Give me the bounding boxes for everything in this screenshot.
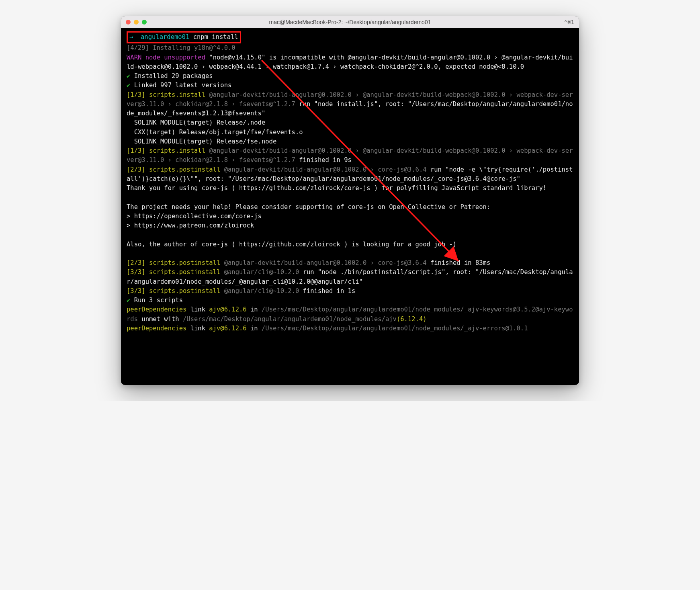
peer-label: peerDependencies <box>127 306 186 313</box>
step-pkg: @angular-devkit/build-angular@0.1002.0 ›… <box>220 259 426 266</box>
run3: Run 3 scripts <box>134 297 183 304</box>
also-line: Also, the author of core-js ( https://gi… <box>127 241 456 248</box>
build-line: SOLINK_MODULE(target) Release/fse.node <box>127 138 276 145</box>
peer-link: link <box>186 325 209 332</box>
step-tag: [1/3] <box>127 91 145 98</box>
help-line: The project needs your help! Please cons… <box>127 203 490 211</box>
check-icon: ✔ <box>127 82 130 89</box>
step-tag: [1/3] <box>127 147 145 154</box>
prompt-arrow: → <box>129 33 133 41</box>
install-progress: [4/29] Installing y18n@^4.0.0 <box>127 44 235 51</box>
warn-prefix: WARN <box>127 54 141 61</box>
peer-ver2: (6.12.4) <box>397 315 427 323</box>
check1: Installed 29 packages <box>134 72 213 80</box>
check-icon: ✔ <box>127 72 130 80</box>
peer-path2: /Users/mac/Desktop/angular/angulardemo01… <box>183 315 397 323</box>
terminal-body[interactable]: → angulardemo01 cnpm install [4/29] Inst… <box>121 28 579 385</box>
step-done: finished in 9s <box>295 156 352 164</box>
step-pkg: @angular/cli@~10.2.0 <box>220 287 299 295</box>
window-title: mac@MacdeMacBook-Pro-2: ~/Desktop/angula… <box>121 19 579 25</box>
peer-ver: ajv@6.12.6 <box>209 306 246 313</box>
build-line: SOLINK_MODULE(target) Release/.node <box>127 119 265 126</box>
thanks-line: Thank you for using core-js ( https://gi… <box>127 184 546 192</box>
step-label: scripts.postinstall <box>149 259 220 266</box>
step-tag: [3/3] <box>127 287 145 295</box>
check-icon: ✔ <box>127 297 130 304</box>
step-tag: [3/3] <box>127 268 145 276</box>
step-label: scripts.install <box>149 91 205 98</box>
peer-in: in <box>247 325 262 332</box>
peer-link: link <box>186 306 209 313</box>
warn-label: node unsupported <box>145 54 205 61</box>
step-label: scripts.install <box>149 147 205 154</box>
step-label: scripts.postinstall <box>149 166 220 173</box>
peer-unmet: unmet with <box>138 315 183 323</box>
check2: Linked 997 latest versions <box>134 82 232 89</box>
peer-ver: ajv@6.12.6 <box>209 325 246 332</box>
warn-quote: "node@v14.15.0" <box>209 54 265 61</box>
prompt-cmd: cnpm install <box>193 33 238 41</box>
peer-in: in <box>247 306 262 313</box>
titlebar[interactable]: mac@MacdeMacBook-Pro-2: ~/Desktop/angula… <box>121 16 579 28</box>
peer-path: /Users/mac/Desktop/angular/angulardemo01… <box>262 325 528 332</box>
step-label: scripts.postinstall <box>149 287 220 295</box>
step-done: finished in 83ms <box>427 259 491 266</box>
prompt-dir: angulardemo01 <box>141 33 189 41</box>
step-tag: [2/3] <box>127 259 145 266</box>
step-done: finished in 1s <box>299 287 355 295</box>
highlight-box: → angulardemo01 cnpm install <box>127 31 241 43</box>
link-line: > https://www.patreon.com/zloirock <box>127 222 254 229</box>
shortcut-badge: ⌃⌘1 <box>564 19 574 25</box>
peer-label: peerDependencies <box>127 325 186 332</box>
step-label: scripts.postinstall <box>149 268 220 276</box>
build-line: CXX(target) Release/obj.target/fse/fseve… <box>127 129 303 136</box>
step-pkg: @angular-devkit/build-angular@0.1002.0 ›… <box>220 166 426 173</box>
link-line: > https://opencollective.com/core-js <box>127 213 262 220</box>
step-tag: [2/3] <box>127 166 145 173</box>
terminal-window: mac@MacdeMacBook-Pro-2: ~/Desktop/angula… <box>121 16 579 385</box>
step-pkg: @angular/cli@~10.2.0 <box>220 268 299 276</box>
